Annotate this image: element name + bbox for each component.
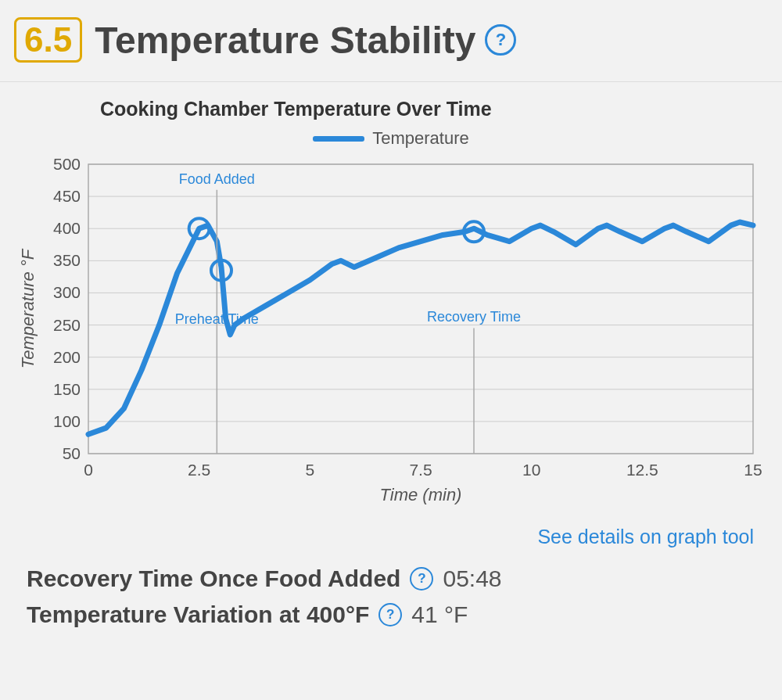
legend-swatch	[313, 136, 364, 142]
svg-text:250: 250	[53, 316, 81, 334]
svg-text:2.5: 2.5	[188, 461, 210, 479]
page-title: Temperature Stability ?	[95, 19, 516, 62]
svg-text:400: 400	[53, 219, 81, 237]
svg-text:7.5: 7.5	[409, 461, 432, 479]
divider	[0, 81, 782, 82]
svg-text:100: 100	[53, 412, 81, 430]
svg-text:300: 300	[53, 283, 81, 301]
page-title-text: Temperature Stability	[95, 19, 475, 62]
chart-legend: Temperature	[14, 128, 768, 149]
svg-rect-10	[88, 164, 753, 454]
svg-text:Food Added: Food Added	[179, 171, 255, 187]
chart-title: Cooking Chamber Temperature Over Time	[100, 98, 768, 120]
stat-recovery-value: 05:48	[443, 565, 501, 592]
stat-variation-value: 41 °F	[411, 601, 468, 628]
svg-text:Preheat Time: Preheat Time	[175, 311, 259, 327]
svg-text:150: 150	[53, 380, 81, 398]
legend-label: Temperature	[372, 128, 469, 149]
stat-variation: Temperature Variation at 400°F ? 41 °F	[27, 601, 768, 628]
svg-text:15: 15	[744, 461, 762, 479]
stat-variation-label: Temperature Variation at 400°F	[27, 601, 369, 628]
svg-text:0: 0	[84, 461, 93, 479]
svg-text:200: 200	[53, 348, 81, 366]
svg-text:10: 10	[522, 461, 540, 479]
svg-text:5: 5	[305, 461, 314, 479]
help-icon[interactable]: ?	[410, 567, 433, 591]
help-icon[interactable]: ?	[378, 603, 402, 626]
chart-svg: 5010015020025030035040045050002.557.5101…	[14, 156, 765, 508]
stat-recovery: Recovery Time Once Food Added ? 05:48	[27, 565, 768, 592]
help-icon[interactable]: ?	[485, 24, 516, 56]
score-badge: 6.5	[14, 17, 82, 63]
svg-text:500: 500	[53, 156, 81, 173]
stats: Recovery Time Once Food Added ? 05:48 Te…	[27, 565, 768, 628]
svg-text:12.5: 12.5	[626, 461, 658, 479]
stat-recovery-label: Recovery Time Once Food Added	[27, 565, 400, 592]
svg-text:Temperature °F: Temperature °F	[18, 248, 38, 368]
svg-text:50: 50	[63, 444, 81, 462]
svg-text:450: 450	[53, 187, 81, 205]
chart: Cooking Chamber Temperature Over Time Te…	[14, 98, 768, 508]
svg-text:350: 350	[53, 251, 81, 269]
svg-text:Time (min): Time (min)	[380, 485, 462, 504]
graph-tool-link[interactable]: See details on graph tool	[537, 526, 754, 547]
svg-text:Recovery Time: Recovery Time	[427, 309, 521, 325]
